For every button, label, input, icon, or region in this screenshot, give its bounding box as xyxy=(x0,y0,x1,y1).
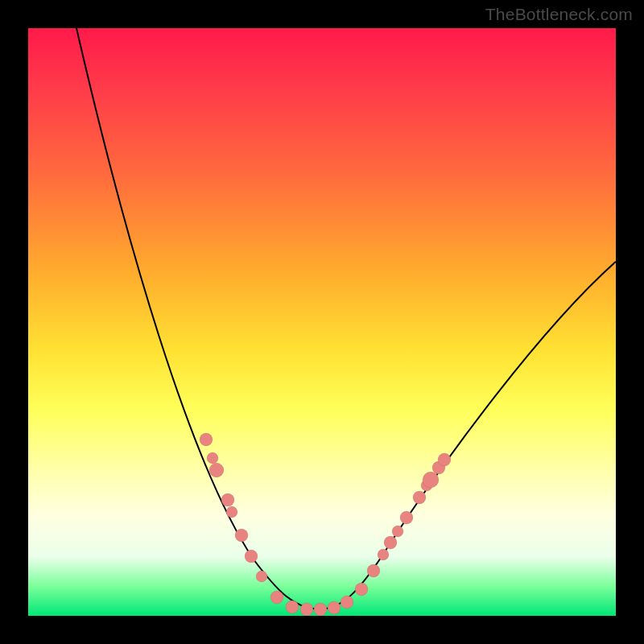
data-point-marker xyxy=(209,463,224,477)
data-point-marker xyxy=(200,433,213,446)
data-point-marker xyxy=(367,564,380,577)
data-point-marker xyxy=(314,603,327,616)
data-point-marker xyxy=(300,603,313,616)
data-point-marker xyxy=(392,526,403,537)
data-point-marker xyxy=(355,583,368,596)
data-point-marker xyxy=(235,529,248,542)
watermark-text: TheBottleneck.com xyxy=(485,5,633,24)
data-point-marker xyxy=(413,491,426,504)
data-point-marker xyxy=(328,601,341,614)
data-point-marker xyxy=(400,511,413,524)
chart-plot-area xyxy=(28,28,616,616)
data-point-marker xyxy=(270,591,283,604)
marker-group xyxy=(200,433,451,616)
data-point-marker xyxy=(378,549,389,560)
data-point-marker xyxy=(256,571,267,582)
bottleneck-curve xyxy=(76,28,616,609)
chart-svg xyxy=(28,28,616,616)
data-point-marker xyxy=(226,506,237,518)
data-point-marker xyxy=(245,550,258,563)
data-point-marker xyxy=(341,596,353,609)
data-point-marker xyxy=(221,493,234,506)
data-point-marker xyxy=(438,453,451,466)
data-point-marker xyxy=(286,601,299,613)
data-point-marker xyxy=(207,452,218,464)
data-point-marker xyxy=(423,472,439,488)
data-point-marker xyxy=(384,536,397,549)
